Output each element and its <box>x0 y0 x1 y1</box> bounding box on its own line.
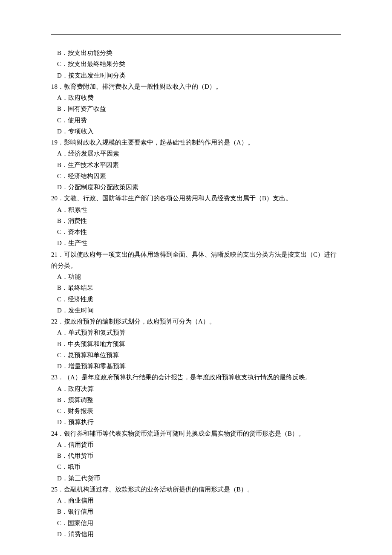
text-line: 25．金融机构通过存、放款形式的业务活动所提供的信用形式是（B）。 <box>51 484 341 495</box>
text-line: C．总预算和单位预算 <box>51 350 341 361</box>
text-line: A．政府收费 <box>51 92 341 103</box>
text-line: B．代用货币 <box>51 450 341 461</box>
top-rule <box>51 34 341 35</box>
text-line: D．生产性 <box>51 237 341 249</box>
text-line: C．按支出最终结果分类 <box>51 58 341 69</box>
text-line: A．功能 <box>51 271 341 282</box>
text-line: 24．银行券和辅币等代表实物货币流通并可随时兑换成金属实物货币的货币形态是（B）… <box>51 428 341 439</box>
document-body: B．按支出功能分类C．按支出最终结果分类D．按支出发生时间分类18．教育费附加、… <box>51 47 341 540</box>
text-line: D．发生时间 <box>51 305 341 316</box>
text-line: A．政府决算 <box>51 383 341 394</box>
text-line: C．纸币 <box>51 461 341 472</box>
text-line: 23．（A）是年度政府预算执行结果的会计报告，是年度政府预算收支执行情况的最终反… <box>51 372 341 383</box>
text-line: D．增量预算和零基预算 <box>51 361 341 372</box>
text-line: 20．文教、行政、国防等非生产部门的各项公用费用和人员经费支出属于（B）支出。 <box>51 193 341 204</box>
text-line: C．经济结构因素 <box>51 171 341 182</box>
text-line: C．财务报表 <box>51 405 341 416</box>
text-line: A．商业信用 <box>51 495 341 506</box>
text-line: 22．按政府预算的编制形式划分，政府预算可分为（A）。 <box>51 316 341 327</box>
text-line: 21．可以使政府每一项支出的具体用途得到全面、具体、清晰反映的支出分类方法是按支… <box>51 249 341 272</box>
text-line: D．预算执行 <box>51 416 341 428</box>
text-line: A．信用货币 <box>51 439 341 450</box>
text-line: C．资本性 <box>51 226 341 237</box>
text-line: C．使用费 <box>51 115 341 126</box>
text-line: A．经济发展水平因素 <box>51 148 341 159</box>
text-line: B．生产技术水平因素 <box>51 159 341 171</box>
text-line: B．消费性 <box>51 215 341 226</box>
text-line: A．单式预算和复式预算 <box>51 327 341 338</box>
text-line: B．中央预算和地方预算 <box>51 338 341 350</box>
text-line: D．消费信用 <box>51 529 341 540</box>
text-line: C．国家信用 <box>51 517 341 529</box>
text-line: D．分配制度和分配政策因素 <box>51 182 341 193</box>
text-line: B．银行信用 <box>51 506 341 517</box>
text-line: D．按支出发生时间分类 <box>51 70 341 81</box>
text-line: 19．影响财政收入规模的主要要素中，起基础性的制约作用的是（A）。 <box>51 137 341 148</box>
text-line: D．专项收入 <box>51 126 341 137</box>
text-line: B．预算调整 <box>51 394 341 405</box>
text-line: A．积累性 <box>51 204 341 215</box>
text-line: B．按支出功能分类 <box>51 47 341 58</box>
text-line: D．第三代货币 <box>51 473 341 484</box>
text-line: B．国有资产收益 <box>51 103 341 114</box>
text-line: C．经济性质 <box>51 294 341 305</box>
text-line: 18．教育费附加、排污费收入是一般性财政收入中的（D）。 <box>51 81 341 92</box>
document-page: B．按支出功能分类C．按支出最终结果分类D．按支出发生时间分类18．教育费附加、… <box>0 0 392 555</box>
text-line: B．最终结果 <box>51 282 341 293</box>
